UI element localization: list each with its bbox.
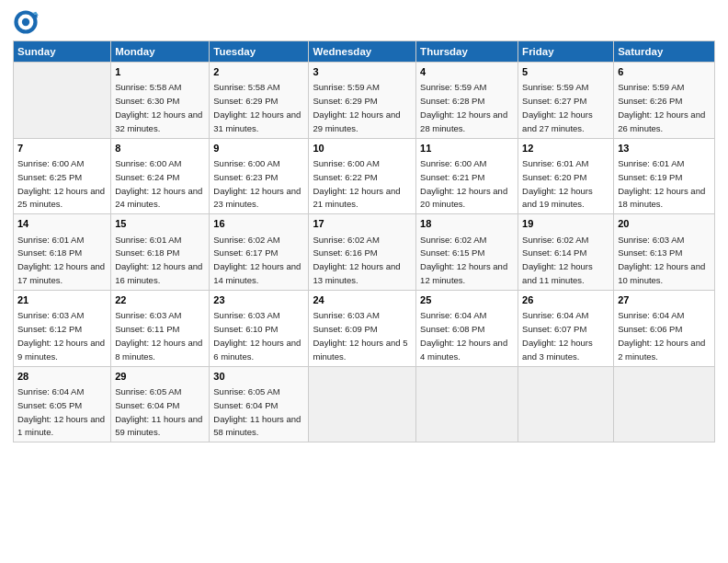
day-cell: 18Sunrise: 6:02 AMSunset: 6:15 PMDayligh… [416, 214, 518, 291]
day-info: Sunrise: 5:59 AMSunset: 6:26 PMDaylight:… [618, 82, 705, 132]
day-info: Sunrise: 5:59 AMSunset: 6:28 PMDaylight:… [420, 82, 507, 132]
day-number: 10 [313, 142, 412, 155]
week-row-3: 21Sunrise: 6:03 AMSunset: 6:12 PMDayligh… [14, 290, 715, 366]
day-cell [614, 366, 715, 442]
day-number: 3 [313, 65, 412, 79]
day-number: 25 [420, 293, 514, 307]
day-cell [518, 366, 614, 442]
day-number: 2 [213, 65, 304, 79]
day-cell [14, 63, 111, 139]
week-row-2: 14Sunrise: 6:01 AMSunset: 6:18 PMDayligh… [14, 214, 715, 291]
day-number: 20 [618, 217, 711, 231]
day-cell: 14Sunrise: 6:01 AMSunset: 6:18 PMDayligh… [14, 214, 111, 291]
day-number: 28 [17, 370, 107, 384]
day-info: Sunrise: 6:03 AMSunset: 6:13 PMDaylight:… [618, 235, 705, 285]
day-number: 5 [522, 65, 609, 79]
day-cell: 6Sunrise: 5:59 AMSunset: 6:26 PMDaylight… [614, 63, 715, 139]
day-number: 18 [420, 217, 514, 231]
day-cell: 28Sunrise: 6:04 AMSunset: 6:05 PMDayligh… [14, 366, 111, 442]
day-number: 22 [115, 293, 205, 307]
day-cell: 1Sunrise: 5:58 AMSunset: 6:30 PMDaylight… [111, 63, 210, 139]
header-row: SundayMondayTuesdayWednesdayThursdayFrid… [14, 41, 715, 63]
col-header-monday: Monday [111, 41, 210, 63]
day-cell: 2Sunrise: 5:58 AMSunset: 6:29 PMDaylight… [210, 63, 309, 139]
col-header-thursday: Thursday [416, 41, 518, 63]
day-cell: 27Sunrise: 6:04 AMSunset: 6:06 PMDayligh… [614, 290, 715, 366]
day-number: 30 [213, 370, 304, 384]
day-number: 21 [17, 293, 107, 307]
day-cell: 21Sunrise: 6:03 AMSunset: 6:12 PMDayligh… [14, 290, 111, 366]
day-cell: 9Sunrise: 6:00 AMSunset: 6:23 PMDaylight… [210, 138, 309, 214]
day-cell: 8Sunrise: 6:00 AMSunset: 6:24 PMDaylight… [111, 138, 210, 214]
svg-point-2 [22, 18, 29, 26]
col-header-wednesday: Wednesday [309, 41, 416, 63]
day-number: 24 [313, 293, 412, 307]
day-number: 9 [213, 142, 304, 155]
day-cell: 22Sunrise: 6:03 AMSunset: 6:11 PMDayligh… [111, 290, 210, 366]
week-row-4: 28Sunrise: 6:04 AMSunset: 6:05 PMDayligh… [14, 366, 715, 442]
day-number: 4 [420, 65, 514, 79]
day-number: 23 [213, 293, 304, 307]
day-number: 27 [618, 293, 711, 307]
calendar-table: SundayMondayTuesdayWednesdayThursdayFrid… [13, 40, 715, 442]
day-info: Sunrise: 6:03 AMSunset: 6:09 PMDaylight:… [313, 310, 407, 361]
day-number: 1 [115, 65, 205, 79]
day-info: Sunrise: 6:01 AMSunset: 6:18 PMDaylight:… [17, 235, 105, 285]
day-cell: 24Sunrise: 6:03 AMSunset: 6:09 PMDayligh… [309, 290, 416, 366]
day-info: Sunrise: 5:58 AMSunset: 6:29 PMDaylight:… [213, 82, 301, 132]
day-cell: 13Sunrise: 6:01 AMSunset: 6:19 PMDayligh… [614, 138, 715, 214]
day-cell: 4Sunrise: 5:59 AMSunset: 6:28 PMDaylight… [416, 63, 518, 139]
day-info: Sunrise: 6:04 AMSunset: 6:07 PMDaylight:… [522, 310, 593, 361]
day-cell: 3Sunrise: 5:59 AMSunset: 6:29 PMDaylight… [309, 63, 416, 139]
day-number: 16 [213, 217, 304, 231]
day-info: Sunrise: 5:59 AMSunset: 6:27 PMDaylight:… [522, 82, 593, 132]
day-number: 26 [522, 293, 609, 307]
day-info: Sunrise: 6:04 AMSunset: 6:05 PMDaylight:… [17, 386, 105, 437]
day-info: Sunrise: 6:05 AMSunset: 6:04 PMDaylight:… [115, 386, 202, 437]
day-cell: 12Sunrise: 6:01 AMSunset: 6:20 PMDayligh… [518, 138, 614, 214]
day-info: Sunrise: 6:05 AMSunset: 6:04 PMDaylight:… [213, 386, 301, 437]
day-info: Sunrise: 6:00 AMSunset: 6:24 PMDaylight:… [115, 158, 202, 209]
day-number: 17 [313, 217, 412, 231]
col-header-sunday: Sunday [14, 41, 111, 63]
day-cell [309, 366, 416, 442]
day-cell: 7Sunrise: 6:00 AMSunset: 6:25 PMDaylight… [14, 138, 111, 214]
day-info: Sunrise: 6:01 AMSunset: 6:19 PMDaylight:… [618, 158, 705, 209]
col-header-saturday: Saturday [614, 41, 715, 63]
header [13, 9, 715, 35]
week-row-1: 7Sunrise: 6:00 AMSunset: 6:25 PMDaylight… [14, 138, 715, 214]
logo-icon [13, 9, 39, 35]
day-cell [416, 366, 518, 442]
day-number: 19 [522, 217, 609, 231]
day-info: Sunrise: 6:02 AMSunset: 6:17 PMDaylight:… [213, 235, 301, 285]
day-info: Sunrise: 6:03 AMSunset: 6:10 PMDaylight:… [213, 310, 301, 361]
day-number: 14 [17, 217, 107, 231]
day-number: 6 [618, 65, 711, 79]
day-number: 11 [420, 142, 514, 155]
day-cell: 19Sunrise: 6:02 AMSunset: 6:14 PMDayligh… [518, 214, 614, 291]
day-info: Sunrise: 6:03 AMSunset: 6:12 PMDaylight:… [17, 310, 105, 361]
day-cell: 5Sunrise: 5:59 AMSunset: 6:27 PMDaylight… [518, 63, 614, 139]
day-info: Sunrise: 6:01 AMSunset: 6:20 PMDaylight:… [522, 158, 593, 209]
day-number: 8 [115, 142, 205, 155]
day-cell: 25Sunrise: 6:04 AMSunset: 6:08 PMDayligh… [416, 290, 518, 366]
day-cell: 30Sunrise: 6:05 AMSunset: 6:04 PMDayligh… [210, 366, 309, 442]
day-info: Sunrise: 6:00 AMSunset: 6:23 PMDaylight:… [213, 158, 301, 209]
day-info: Sunrise: 6:02 AMSunset: 6:15 PMDaylight:… [420, 235, 507, 285]
day-info: Sunrise: 5:58 AMSunset: 6:30 PMDaylight:… [115, 82, 202, 132]
day-cell: 15Sunrise: 6:01 AMSunset: 6:18 PMDayligh… [111, 214, 210, 291]
day-number: 7 [17, 142, 107, 155]
col-header-friday: Friday [518, 41, 614, 63]
day-info: Sunrise: 6:04 AMSunset: 6:06 PMDaylight:… [618, 310, 705, 361]
day-cell: 26Sunrise: 6:04 AMSunset: 6:07 PMDayligh… [518, 290, 614, 366]
day-cell: 17Sunrise: 6:02 AMSunset: 6:16 PMDayligh… [309, 214, 416, 291]
day-info: Sunrise: 5:59 AMSunset: 6:29 PMDaylight:… [313, 82, 400, 132]
day-info: Sunrise: 6:00 AMSunset: 6:22 PMDaylight:… [313, 158, 400, 209]
day-number: 12 [522, 142, 609, 155]
day-info: Sunrise: 6:01 AMSunset: 6:18 PMDaylight:… [115, 235, 202, 285]
day-info: Sunrise: 6:04 AMSunset: 6:08 PMDaylight:… [420, 310, 507, 361]
day-cell: 16Sunrise: 6:02 AMSunset: 6:17 PMDayligh… [210, 214, 309, 291]
day-cell: 29Sunrise: 6:05 AMSunset: 6:04 PMDayligh… [111, 366, 210, 442]
week-row-0: 1Sunrise: 5:58 AMSunset: 6:30 PMDaylight… [14, 63, 715, 139]
day-info: Sunrise: 6:00 AMSunset: 6:25 PMDaylight:… [17, 158, 105, 209]
